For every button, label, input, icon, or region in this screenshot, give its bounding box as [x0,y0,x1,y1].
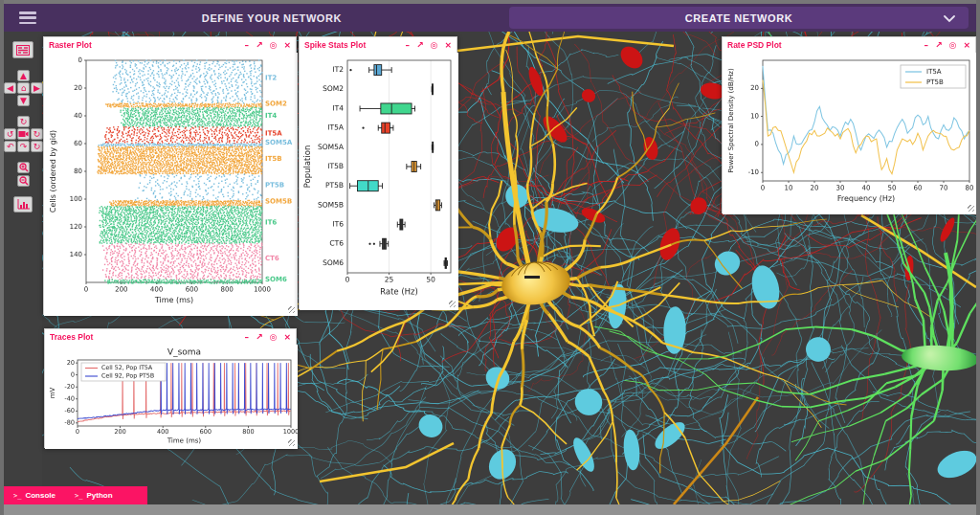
zoom-in-icon[interactable] [17,162,30,173]
rotate-ccw-icon[interactable]: ↶ [4,141,16,152]
status-strip [0,504,980,515]
minimize-icon[interactable]: – [406,41,411,50]
raster-plot-header[interactable]: Raster Plot –↗◎× [44,37,296,53]
app-window: DEFINE YOUR NETWORK CREATE NETWORK ▲◀⌂▶▼… [0,0,980,515]
camera-icon[interactable] [17,128,30,140]
pan-down-icon[interactable]: ▼ [17,95,30,106]
window-title: Spike Stats Plot [304,40,406,50]
zoom-out-icon[interactable] [17,175,30,187]
tab-console[interactable]: >_ Console [4,486,65,504]
expand-icon[interactable]: ↗ [935,41,943,50]
rotate-up-icon[interactable]: ↻ [17,116,30,127]
minimize-icon[interactable]: – [924,41,929,50]
terminal-prompt-icon: >_ [13,492,21,500]
detach-icon[interactable]: ◎ [949,41,957,50]
close-icon[interactable]: × [283,41,291,50]
rate-psd-window: Rate PSD Plot –↗◎× [722,36,976,213]
pan-right-icon[interactable]: ▶ [31,82,43,94]
close-icon[interactable]: × [283,333,291,342]
pan-up-icon[interactable]: ▲ [17,70,30,81]
expand-icon[interactable]: ↗ [256,41,263,50]
expand-icon[interactable]: ↗ [256,333,263,342]
rotate-left-icon[interactable]: ↺ [4,128,16,140]
raster-plot-canvas [44,53,298,316]
top-bar: DEFINE YOUR NETWORK CREATE NETWORK [4,4,976,32]
spike-stats-canvas [300,53,458,310]
tab-python[interactable]: >_ Python [65,486,122,504]
close-icon[interactable]: × [444,41,452,50]
resize-handle[interactable] [968,205,974,212]
resize-handle[interactable] [449,301,456,307]
rotate-cw-icon[interactable]: ↻ [31,141,43,152]
window-title: Traces Plot [50,332,245,342]
plot-chart-icon[interactable] [13,196,33,213]
page-title: DEFINE YOUR NETWORK [147,12,396,24]
terminal-prompt-icon: >_ [75,492,82,500]
resize-handle[interactable] [288,439,295,446]
pan-left-icon[interactable]: ◀ [4,82,16,94]
detach-icon[interactable]: ◎ [270,333,278,342]
create-network-button[interactable]: CREATE NETWORK [509,7,969,29]
minimize-icon[interactable]: – [245,41,250,50]
plot-spikes-icon[interactable] [12,41,33,58]
minimize-icon[interactable]: – [245,333,250,342]
resize-handle[interactable] [288,306,295,313]
spike-stats-window: Spike Stats Plot –↗◎× [299,36,457,309]
window-title: Raster Plot [49,40,245,50]
tab-console-label: Console [25,491,56,500]
close-icon[interactable]: × [963,41,970,50]
rotate-right-icon[interactable]: ↻ [31,128,43,140]
camera-toolbar: ▲◀⌂▶▼↻↺↻↶↷↻ [4,32,42,504]
window-frame-left [0,0,4,515]
console-bar: >_ Console >_ Python [4,486,147,504]
create-network-label: CREATE NETWORK [685,12,793,24]
spike-stats-header[interactable]: Spike Stats Plot –↗◎× [300,37,457,53]
window-title: Rate PSD Plot [727,40,924,50]
raster-plot-window: Raster Plot –↗◎× [43,36,297,315]
traces-plot-header[interactable]: Traces Plot –↗◎× [45,329,296,345]
expand-icon[interactable]: ↗ [416,41,424,50]
tab-python-label: Python [86,491,112,500]
traces-plot-canvas [45,345,298,449]
detach-icon[interactable]: ◎ [431,41,438,50]
window-frame-top [0,0,980,4]
menu-icon[interactable] [19,11,36,24]
window-frame-right [976,0,980,515]
rate-psd-header[interactable]: Rate PSD Plot –↗◎× [723,37,975,53]
home-icon[interactable]: ⌂ [17,82,30,94]
chevron-down-icon [944,15,955,23]
traces-plot-window: Traces Plot –↗◎× [44,328,297,448]
detach-icon[interactable]: ◎ [270,41,278,50]
rotate-flip-icon[interactable]: ↷ [17,141,30,152]
rate-psd-canvas [723,53,977,214]
